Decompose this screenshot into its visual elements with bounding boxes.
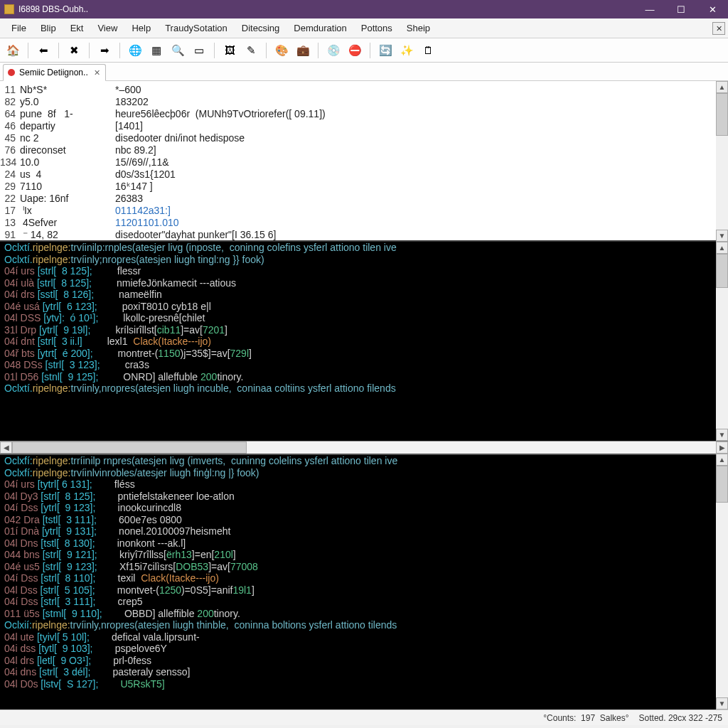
image-icon[interactable]: 🖼 bbox=[221, 42, 238, 59]
console-segment: [ytrl[ 9 131]; bbox=[42, 525, 97, 537]
block-icon[interactable]: ⛔ bbox=[346, 42, 363, 59]
menu-file[interactable]: File bbox=[4, 20, 33, 36]
editor-row[interactable]: 76direconsetnbc 89.2] bbox=[0, 144, 716, 156]
console-line: 04i dss [tytl[ 9 103]; pspelove6Y bbox=[0, 643, 716, 655]
menu-demduration[interactable]: Demduration bbox=[287, 20, 353, 36]
console-segment: trvíinlvinrobles/atesjer liugh finģl:ng … bbox=[70, 467, 259, 478]
console1-vscroll-thumb[interactable] bbox=[716, 254, 728, 288]
console2-vscrollbar[interactable]: ▲ ▼ bbox=[716, 454, 728, 710]
back-icon[interactable]: ⬅ bbox=[35, 42, 52, 59]
console-line: Oclxfí:ripelnge:trríinilp rnpres(atesjen… bbox=[0, 455, 716, 467]
console-segment: 01í Dnà bbox=[4, 525, 42, 537]
console-segment: trríinilp rnpres(atesjen livg (imverts, … bbox=[70, 455, 397, 466]
scroll-up-icon[interactable]: ▲ bbox=[716, 81, 728, 93]
menu-pottons[interactable]: Pottons bbox=[354, 20, 400, 36]
console-segment: 04l DSS bbox=[4, 312, 43, 323]
paint-icon[interactable]: 🎨 bbox=[273, 42, 290, 59]
scroll-up-icon[interactable]: ▲ bbox=[716, 242, 728, 254]
editor-vscroll-thumb[interactable] bbox=[716, 93, 728, 136]
edit-icon[interactable]: ✎ bbox=[242, 42, 259, 59]
menu-ditecsing[interactable]: Ditecsing bbox=[235, 20, 287, 36]
maximize-button[interactable]: ☐ bbox=[665, 0, 697, 18]
scroll-up-icon[interactable]: ▲ bbox=[716, 454, 728, 466]
console-segment: 04ř bts bbox=[4, 348, 38, 359]
home-icon[interactable]: 🏠 bbox=[4, 42, 21, 59]
console-segment: [strl[ 5 105]; bbox=[41, 584, 95, 596]
menubar: FileBlipEktViewHelpTraudySotationDitecsi… bbox=[0, 18, 728, 38]
editor-row[interactable]: 45nc 2disedooter dni/inot hedispose bbox=[0, 132, 716, 144]
scroll-down-icon[interactable]: ▼ bbox=[716, 429, 728, 441]
console-line: 04é usá [ytrl[ 6 123]; poxiT8010 cyb18 e… bbox=[0, 301, 716, 313]
editor-row[interactable]: 11Nb*S**–600 bbox=[0, 84, 716, 96]
menubar-close-icon[interactable]: ✕ bbox=[712, 22, 725, 35]
editor-col2: *–600 bbox=[115, 84, 716, 96]
editor-row[interactable]: 29711016ᵏ147 ] bbox=[0, 181, 716, 193]
editor-col2: disedooter dni/inot hedispose bbox=[115, 132, 716, 144]
editor[interactable]: 11Nb*S**–60082y5.018320264pune 8f 1-heur… bbox=[0, 81, 716, 242]
console-line: 04í dnt [strl[ 3 ii.l] lexl1 Clack(Itack… bbox=[0, 336, 716, 348]
console1-vscrollbar[interactable]: ▲ ▼ bbox=[716, 242, 728, 441]
tab-close-icon[interactable]: ✕ bbox=[92, 68, 102, 77]
scroll-left-icon[interactable]: ◀ bbox=[0, 441, 12, 454]
disc-icon[interactable]: 💿 bbox=[325, 42, 342, 59]
console-line: 31l Drp [ytrl[ 9 19l]; krílsirîllst[cib1… bbox=[0, 324, 716, 336]
console-segment: crep5 bbox=[95, 596, 142, 607]
console-line: 01í Dnà [ytrl[ 9 131]; nonel.20100097hei… bbox=[0, 525, 716, 537]
tab-active[interactable]: Semiic Detiignon.. ✕ bbox=[3, 64, 106, 81]
hscrollbar[interactable]: ◀ ▶ bbox=[0, 441, 728, 454]
console2[interactable]: Oclxfí:ripelnge:trríinilp rnpres(atesjen… bbox=[0, 454, 716, 710]
editor-vscrollbar[interactable]: ▲ ▼ bbox=[716, 81, 728, 242]
editor-row[interactable]: 82y5.0183202 bbox=[0, 96, 716, 108]
console-segment: [tytrl[ 6 131]; bbox=[38, 478, 92, 490]
console-segment: [tyivl[ 5 10l]; bbox=[37, 631, 90, 643]
console-segment: [sstl[ 8 126]; bbox=[38, 289, 94, 300]
editor-row[interactable]: 91 ⁻ 14, 82disedooter"dayhat punker"[I 3… bbox=[0, 229, 716, 241]
panel-icon[interactable]: ▦ bbox=[148, 42, 165, 59]
hscroll-thumb[interactable] bbox=[12, 441, 247, 454]
editor-row[interactable]: 22Uape: 16nf26383 bbox=[0, 193, 716, 205]
editor-row[interactable]: 17 ˡIx011142a31:] bbox=[0, 205, 716, 217]
console-segment: [strl[ 8 125]; bbox=[38, 265, 92, 277]
refresh-icon[interactable]: 🔄 bbox=[377, 42, 394, 59]
minimize-button[interactable]: — bbox=[634, 0, 665, 18]
line-number: 24 bbox=[0, 168, 20, 181]
menu-traudysotation[interactable]: TraudySotation bbox=[158, 20, 235, 36]
scroll-right-icon[interactable]: ▶ bbox=[716, 441, 728, 454]
case-icon[interactable]: 💼 bbox=[294, 42, 311, 59]
page-icon[interactable]: ▭ bbox=[191, 42, 208, 59]
editor-row[interactable]: 13 4Sefver11201101.010 bbox=[0, 217, 716, 229]
console-segment: 04í Dss bbox=[4, 572, 41, 584]
console-segment: cra3s bbox=[100, 359, 149, 370]
wand-icon[interactable]: ✨ bbox=[398, 42, 415, 59]
console-segment: 77008 bbox=[230, 561, 258, 572]
menu-help[interactable]: Help bbox=[124, 20, 158, 36]
console-segment: [strl[ 8 125]; bbox=[41, 491, 95, 502]
editor-row[interactable]: 13410.015//69//,11& bbox=[0, 156, 716, 168]
line-number: 17 bbox=[0, 205, 20, 217]
menu-sheip[interactable]: Sheip bbox=[400, 20, 437, 36]
forward-icon[interactable]: ➡ bbox=[96, 42, 113, 59]
menu-ekt[interactable]: Ekt bbox=[63, 20, 91, 36]
editor-row[interactable]: 46departiy[1401] bbox=[0, 120, 716, 132]
editor-row[interactable]: 24us 4d0s/3s1{1201 bbox=[0, 168, 716, 181]
zoom-icon[interactable]: 🔍 bbox=[169, 42, 186, 59]
console-line: 04l Dns [tstl[ 8 130]; inonkont ---ak.l] bbox=[0, 537, 716, 550]
editor-row[interactable]: 64pune 8f 1-heure56lêecþ06r (MUNh9TvOtri… bbox=[0, 108, 716, 120]
globe-icon[interactable]: 🌐 bbox=[127, 42, 144, 59]
console-segment: 04í ulà bbox=[4, 277, 37, 289]
statusbar: °Counts: 197 Salkes° Sotted. 29cx 322 -2… bbox=[0, 710, 728, 725]
console1[interactable]: Oclxtí.ripelnge:trvíinilp:rnples(atesjer… bbox=[0, 242, 716, 441]
note-icon[interactable]: 🗒 bbox=[419, 42, 437, 59]
console-segment: 04i dss bbox=[4, 643, 38, 654]
tab-status-icon bbox=[8, 69, 15, 76]
console-segment: Oclxií: bbox=[4, 619, 32, 631]
menu-blip[interactable]: Blip bbox=[33, 20, 63, 36]
close-button[interactable]: ✕ bbox=[697, 0, 728, 18]
scroll-down-icon[interactable]: ▼ bbox=[716, 697, 728, 710]
console-segment: ripelnge: bbox=[33, 455, 71, 466]
console-segment: inonkont ---ak.l] bbox=[95, 537, 186, 549]
console2-vscroll-thumb[interactable] bbox=[716, 466, 728, 503]
menu-view[interactable]: View bbox=[90, 20, 124, 36]
stop-icon[interactable]: ✖ bbox=[65, 42, 82, 59]
scroll-down-icon[interactable]: ▼ bbox=[716, 230, 728, 242]
